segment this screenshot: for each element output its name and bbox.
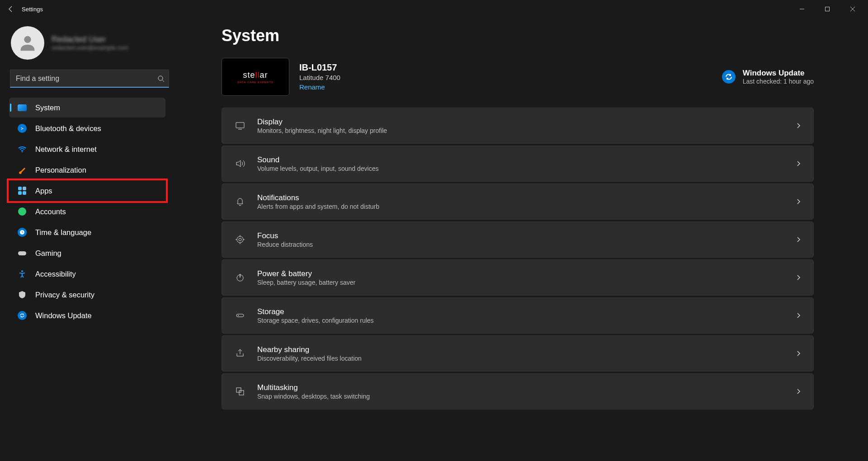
windows-update-block[interactable]: Windows Update Last checked: 1 hour ago [722,69,814,85]
search-input[interactable] [10,70,169,88]
card-desc: Sleep, battery usage, battery saver [257,279,355,286]
close-icon [850,6,855,12]
sidebar-item-personalization[interactable]: Personalization [9,160,165,180]
page-title: System [222,26,814,45]
sidebar-item-label: Network & internet [35,145,97,154]
update-icon [17,310,27,320]
bell-icon [231,196,249,207]
card-title: Storage [257,307,374,316]
bluetooth-icon: ᚛ [17,123,27,133]
svg-rect-13 [236,388,241,392]
device-name: IB-L0157 [299,62,340,73]
sidebar-item-label: Accessibility [35,270,76,278]
apps-icon [17,186,27,196]
sidebar-item-label: Apps [35,187,52,195]
back-button[interactable] [3,1,19,17]
sidebar-item-label: Time & language [35,228,91,237]
close-button[interactable] [840,0,865,18]
multitask-icon [231,386,249,397]
card-title: Nearby sharing [257,345,362,354]
search-icon [157,75,165,82]
chevron-right-icon [795,198,802,205]
chevron-right-icon [795,236,802,243]
svg-rect-7 [236,122,244,128]
power-icon [231,272,249,283]
brand-logo: stellar [243,71,268,80]
wifi-icon [17,144,27,154]
svg-point-9 [239,238,241,241]
card-desc: Snap windows, desktops, task switching [257,393,370,400]
svg-rect-5 [18,251,26,255]
rename-link[interactable]: Rename [299,83,325,91]
sidebar-item-update[interactable]: Windows Update [9,306,165,325]
person-icon [17,33,38,53]
arrow-left-icon [7,5,14,13]
svg-rect-11 [236,314,244,317]
card-desc: Discoverability, received files location [257,355,362,362]
card-storage[interactable]: StorageStorage space, drives, configurat… [222,297,814,334]
card-title: Focus [257,231,313,240]
card-sound[interactable]: SoundVolume levels, output, input, sound… [222,146,814,182]
device-thumbnail[interactable]: stellar DATA CARE EXPERTS [222,58,289,96]
main-content: System stellar DATA CARE EXPERTS IB-L015… [172,18,868,461]
system-icon [17,103,27,113]
sidebar-item-system[interactable]: System [9,98,165,118]
sidebar-item-bluetooth[interactable]: ᚛ Bluetooth & devices [9,118,165,138]
display-icon [231,120,249,131]
sidebar-item-gaming[interactable]: Gaming [9,243,165,263]
card-nearby[interactable]: Nearby sharingDiscoverability, received … [222,335,814,372]
settings-card-list: DisplayMonitors, brightness, night light… [222,108,814,409]
chevron-right-icon [795,122,802,129]
sidebar: Redacted User redacted.user@example.com … [0,18,172,461]
card-power[interactable]: Power & batterySleep, battery usage, bat… [222,259,814,296]
search-wrapper [10,70,169,88]
update-title: Windows Update [743,69,814,78]
shield-icon [17,290,27,300]
brush-icon [17,165,27,175]
sidebar-item-apps[interactable]: Apps [9,181,165,201]
sidebar-item-time[interactable]: Time & language [9,222,165,242]
user-email: redacted.user@example.com [52,44,128,51]
card-multitasking[interactable]: MultitaskingSnap windows, desktops, task… [222,373,814,409]
card-notifications[interactable]: NotificationsAlerts from apps and system… [222,183,814,220]
user-block[interactable]: Redacted User redacted.user@example.com [9,26,165,60]
sound-icon [231,158,249,169]
update-subtitle: Last checked: 1 hour ago [743,78,814,85]
device-model: Latitude 7400 [299,74,340,81]
sidebar-item-accessibility[interactable]: Accessibility [9,264,165,284]
chevron-right-icon [795,274,802,281]
accessibility-icon [17,269,27,279]
sidebar-item-accounts[interactable]: Accounts [9,202,165,221]
svg-point-1 [24,36,31,43]
user-name: Redacted User [52,35,128,44]
chevron-right-icon [795,388,802,395]
svg-point-8 [237,236,243,243]
card-title: Display [257,118,387,127]
maximize-button[interactable] [815,0,840,18]
avatar [11,26,44,60]
minimize-button[interactable] [789,0,815,18]
card-title: Power & battery [257,269,355,278]
sidebar-item-label: Bluetooth & devices [35,124,101,133]
sidebar-item-label: Gaming [35,249,61,258]
sidebar-item-privacy[interactable]: Privacy & security [9,285,165,305]
svg-point-3 [22,151,23,153]
card-display[interactable]: DisplayMonitors, brightness, night light… [222,108,814,144]
card-desc: Reduce distractions [257,241,313,248]
clock-icon [17,227,27,237]
card-title: Multitasking [257,383,370,392]
svg-point-2 [158,76,163,80]
svg-rect-0 [826,7,830,11]
nav-list: System ᚛ Bluetooth & devices Network & i… [9,98,165,325]
brand-sub: DATA CARE EXPERTS [237,81,274,84]
sidebar-item-label: System [35,103,60,112]
update-circle-icon [722,70,736,84]
device-row: stellar DATA CARE EXPERTS IB-L0157 Latit… [222,58,814,96]
maximize-icon [825,6,830,12]
focus-icon [231,234,249,245]
card-focus[interactable]: FocusReduce distractions [222,221,814,258]
accounts-icon [17,207,27,216]
card-desc: Monitors, brightness, night light, displ… [257,127,387,134]
sidebar-item-network[interactable]: Network & internet [9,139,165,159]
card-desc: Storage space, drives, configuration rul… [257,317,374,324]
